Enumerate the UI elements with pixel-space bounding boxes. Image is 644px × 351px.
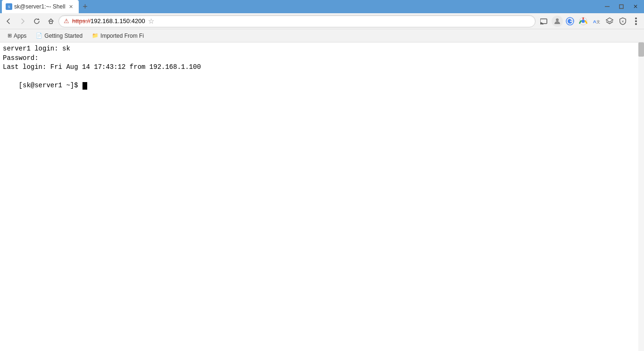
terminal-line-2: Password: <box>3 54 641 63</box>
getting-started-bookmark[interactable]: 📄 Getting Started <box>32 32 86 40</box>
tab-strip: S sk@server1:~- Shell ✕ + <box>2 0 597 13</box>
terminal-line-1: server1 login: sk <box>3 44 641 54</box>
svg-rect-5 <box>50 21 52 24</box>
home-button[interactable] <box>44 15 58 28</box>
prompt-text: [sk@server1 ~]$ <box>19 82 82 89</box>
back-button[interactable] <box>2 15 15 28</box>
profile-icon[interactable] <box>552 16 563 27</box>
svg-rect-2 <box>605 6 610 7</box>
nav-bar: ⚠ https://192.168.1.150:4200 ☆ <box>0 13 644 29</box>
bookmark-star-icon[interactable]: ☆ <box>148 17 154 25</box>
getting-started-label: Getting Started <box>44 33 83 39</box>
apps-bookmark[interactable]: ⊞ Apps <box>4 32 30 40</box>
protocol-text: https:// <box>72 17 91 25</box>
scrollbar-thumb[interactable] <box>638 42 644 57</box>
layers-icon[interactable] <box>603 15 616 27</box>
svg-point-15 <box>635 17 637 19</box>
new-tab-button[interactable]: + <box>79 0 92 13</box>
apps-label: Apps <box>14 33 26 39</box>
svg-point-16 <box>635 20 637 22</box>
terminal-area[interactable]: server1 login: sk Password: Last login: … <box>0 42 644 351</box>
folder-icon: 📁 <box>92 33 99 39</box>
forward-button[interactable] <box>16 15 29 28</box>
tab-favicon: S <box>6 3 12 10</box>
svg-text:S: S <box>8 5 10 8</box>
apps-grid-icon: ⊞ <box>8 33 12 39</box>
menu-icon[interactable] <box>630 15 642 27</box>
svg-point-17 <box>635 23 637 25</box>
google-chrome-icon[interactable] <box>577 15 589 27</box>
toolbar-icons: A 文 ✕ <box>538 15 642 27</box>
terminal-cursor <box>83 82 87 90</box>
svg-text:✕: ✕ <box>621 19 624 23</box>
imported-label: Imported From Fi <box>100 33 144 39</box>
imported-bookmark[interactable]: 📁 Imported From Fi <box>88 32 148 40</box>
svg-rect-3 <box>619 5 623 8</box>
security-warning-icon: ⚠ <box>64 17 69 25</box>
tab-title: sk@server1:~- Shell <box>14 3 66 10</box>
address-text: https://192.168.1.150:4200 <box>72 17 145 25</box>
tab-close-button[interactable]: ✕ <box>67 3 75 10</box>
maximize-button[interactable] <box>615 1 628 12</box>
window-controls: ✕ <box>601 1 642 12</box>
close-button[interactable]: ✕ <box>629 1 642 12</box>
svg-point-8 <box>556 18 559 21</box>
getting-started-icon: 📄 <box>36 33 42 39</box>
active-tab[interactable]: S sk@server1:~- Shell ✕ <box>2 0 79 13</box>
svg-point-11 <box>581 19 585 23</box>
bookmarks-bar: ⊞ Apps 📄 Getting Started 📁 Imported From… <box>0 29 644 42</box>
terminal-line-3: Last login: Fri Aug 14 17:43:12 from 192… <box>3 63 641 72</box>
google-icon[interactable] <box>564 15 576 27</box>
svg-text:文: 文 <box>596 19 600 24</box>
title-bar: S sk@server1:~- Shell ✕ + ✕ <box>0 0 644 13</box>
host-text: 192.168.1.150 <box>91 17 130 25</box>
svg-text:A: A <box>593 18 596 24</box>
shield-icon[interactable]: ✕ <box>617 15 629 27</box>
scrollbar-track[interactable] <box>638 42 644 351</box>
port-text: :4200 <box>130 17 145 25</box>
minimize-button[interactable] <box>601 1 614 12</box>
svg-marker-4 <box>37 18 40 20</box>
terminal-prompt-line: [sk@server1 ~]$ <box>3 72 641 100</box>
address-bar[interactable]: ⚠ https://192.168.1.150:4200 ☆ <box>58 15 536 27</box>
refresh-button[interactable] <box>30 15 43 28</box>
translate-icon[interactable]: A 文 <box>590 15 603 27</box>
cast-icon[interactable] <box>538 15 551 27</box>
